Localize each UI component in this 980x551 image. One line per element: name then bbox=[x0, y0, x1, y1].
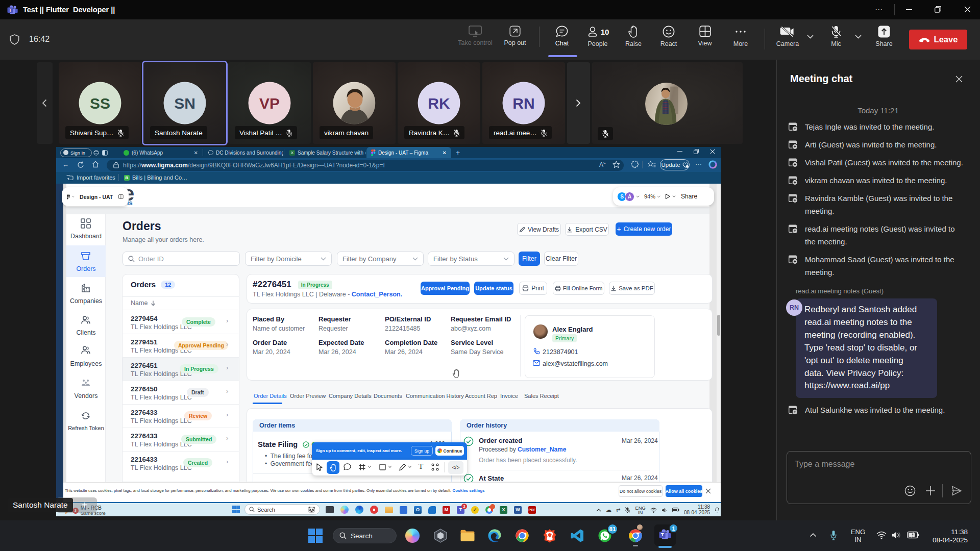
svg-text:T: T bbox=[661, 532, 664, 537]
svg-text:T: T bbox=[9, 8, 12, 13]
